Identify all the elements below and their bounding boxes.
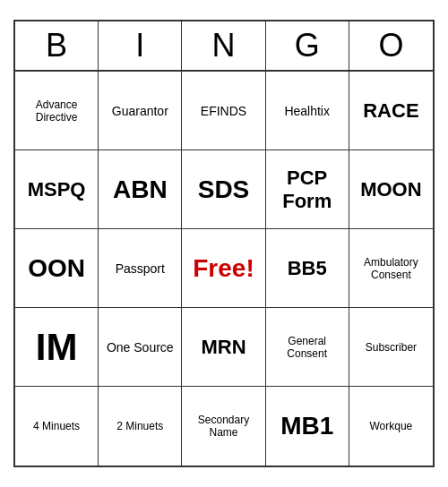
bingo-cell: Advance Directive (15, 72, 99, 150)
cell-text: Guarantor (112, 104, 168, 118)
cell-text: RACE (363, 99, 418, 123)
cell-text: SDS (198, 175, 250, 204)
bingo-cell: Passport (99, 229, 182, 308)
bingo-cell: Guarantor (99, 72, 182, 150)
cell-text: ABN (113, 175, 168, 204)
bingo-cell: Ambulatory Consent (349, 229, 433, 308)
bingo-cell: BB5 (266, 229, 349, 308)
bingo-cell: Workque (349, 387, 433, 466)
cell-text: Secondary Name (187, 414, 259, 439)
header-letter: O (349, 21, 433, 70)
bingo-cell: SDS (182, 150, 265, 229)
bingo-cell: Subscriber (349, 308, 433, 387)
cell-text: Advance Directive (21, 98, 92, 124)
header-letter: B (15, 21, 99, 70)
header-letter: N (182, 21, 265, 70)
cell-text: Subscriber (366, 341, 417, 354)
bingo-cell: Healhtix (266, 72, 349, 150)
cell-text: 2 Minuets (116, 420, 163, 432)
bingo-cell: One Source (99, 308, 182, 387)
cell-text: General Consent (271, 335, 343, 360)
cell-text: MRN (201, 336, 246, 359)
bingo-cell: EFINDS (182, 72, 265, 150)
bingo-cell: ABN (99, 150, 182, 229)
cell-text: Ambulatory Consent (355, 256, 427, 281)
cell-text: OON (28, 254, 85, 283)
bingo-cell: MRN (182, 308, 265, 387)
cell-text: One Source (107, 340, 174, 355)
bingo-cell: Free! (182, 229, 265, 308)
bingo-cell: Secondary Name (182, 387, 265, 466)
bingo-cell: MB1 (266, 387, 349, 466)
bingo-cell: 2 Minuets (99, 387, 182, 466)
cell-text: IM (36, 326, 78, 369)
bingo-header: BINGO (15, 21, 433, 72)
cell-text: MSPQ (28, 178, 86, 201)
cell-text: Passport (116, 261, 165, 276)
bingo-cell: IM (15, 308, 99, 387)
bingo-cell: OON (15, 229, 99, 308)
cell-text: Workque (369, 420, 412, 432)
header-letter: G (266, 21, 349, 70)
cell-text: BB5 (288, 257, 327, 280)
bingo-cell: 4 Minuets (15, 387, 99, 466)
bingo-cell: MSPQ (15, 150, 99, 229)
cell-text: EFINDS (201, 104, 246, 118)
bingo-cell: MOON (349, 150, 433, 229)
bingo-cell: PCP Form (266, 150, 349, 229)
bingo-card: BINGO Advance DirectiveGuarantorEFINDSHe… (13, 20, 435, 467)
bingo-cell: General Consent (266, 308, 349, 387)
cell-text: MOON (360, 178, 421, 201)
cell-text: 4 Minuets (33, 420, 80, 432)
cell-text: PCP Form (271, 167, 343, 213)
header-letter: I (99, 21, 182, 70)
cell-text: Free! (193, 254, 254, 283)
cell-text: Healhtix (284, 104, 330, 118)
cell-text: MB1 (280, 412, 333, 440)
bingo-grid: Advance DirectiveGuarantorEFINDSHealhtix… (15, 72, 433, 466)
bingo-cell: RACE (349, 72, 433, 150)
